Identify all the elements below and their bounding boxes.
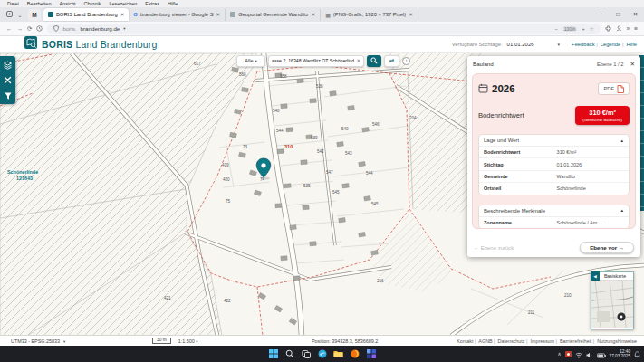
menu-item[interactable]: Bearbeiten [27, 1, 52, 6]
section-header[interactable]: Lage und Wert ▲ [479, 135, 629, 147]
header-link[interactable]: Feedback [572, 42, 598, 47]
tab-close-icon[interactable]: ✕ [120, 12, 125, 17]
stichtag-year: 2026 [492, 83, 515, 94]
section-header[interactable]: Beschreibende Merkmale ▲ [479, 205, 629, 217]
tools-icon[interactable] [0, 73, 15, 87]
close-button[interactable]: ✕ [627, 7, 644, 22]
menu-item[interactable]: Chronik [84, 1, 101, 6]
search-input[interactable] [272, 58, 354, 63]
menu-item[interactable]: Lesezeichen [109, 1, 137, 6]
panel-row-label: Bodenrichtwert [484, 149, 557, 155]
extensions-icon[interactable] [605, 25, 611, 33]
battery-icon[interactable] [597, 346, 606, 362]
pdf-button[interactable]: PDF [598, 82, 630, 95]
tab-boris[interactable]: BORIS Land Brandenburg ✕ [43, 8, 129, 21]
panel-category: Bauland [473, 61, 494, 67]
search-scope-select[interactable]: Alle ▾ [236, 55, 265, 67]
file-explorer-icon[interactable] [333, 348, 344, 359]
account-icon[interactable] [616, 25, 622, 33]
panel-close-icon[interactable]: ✕ [630, 61, 635, 68]
history-icon[interactable] [36, 25, 43, 33]
tab-google[interactable]: G brandenburg viewer - Google S ✕ [129, 9, 226, 21]
back-icon[interactable]: ← [6, 25, 13, 32]
layers-icon[interactable] [0, 58, 15, 71]
footer-link[interactable]: Datenschutz [498, 338, 528, 344]
zone-name: Schönerlinde [7, 169, 38, 175]
parcel-number: 547 [326, 170, 333, 175]
panel-row-value: Schönerlinde / Am ... [557, 220, 603, 225]
browser-urlbar: ← → ⟳ boris. brandenburg.de ▾ − 100% + ☆ [0, 22, 644, 36]
header-link[interactable]: Legende [601, 42, 624, 47]
footer-link[interactable]: AGNB [478, 338, 495, 344]
parcel-number: 535 [303, 184, 311, 188]
level-back-button[interactable]: ← Ebene zurück [474, 245, 514, 251]
pinned-tab[interactable]: M [28, 9, 41, 21]
parcel-number: 420 [223, 177, 230, 182]
task-view-icon[interactable] [301, 348, 312, 359]
panel-row-label: Ortsteil [484, 186, 557, 191]
brw-row: Bodenrichtwert 310 €/m² (Gemischte Baufl… [478, 106, 630, 125]
brw-value-badge[interactable]: 310 €/m² (Gemischte Baufläche) [575, 106, 630, 125]
panel-data-row: GemeindeWandlitz [479, 171, 629, 183]
minimize-button[interactable]: − [592, 7, 610, 22]
network-icon[interactable] [575, 346, 582, 362]
info-icon[interactable]: i [402, 57, 410, 65]
panel-header: Bauland Ebene 1 / 2 ✕ [467, 56, 640, 71]
parcel-number: 73 [243, 145, 248, 149]
footer-link[interactable]: Nutzungshinweise [597, 338, 637, 344]
tab-close-icon[interactable]: ✕ [409, 12, 413, 17]
header-link[interactable]: Hilfe [626, 42, 637, 47]
maximize-button[interactable]: □ [610, 7, 627, 22]
scale-value: 1:1.500 [178, 338, 195, 344]
zoom-out-icon[interactable]: − [554, 26, 557, 32]
minimap-canvas [591, 281, 633, 328]
firefox-icon[interactable] [350, 348, 360, 359]
menu-item[interactable]: Extras [145, 1, 159, 6]
tab-close-icon[interactable]: ✕ [216, 12, 221, 17]
edge-icon[interactable] [317, 348, 328, 359]
parcel-number: 216 [377, 279, 384, 283]
tab-list-chevron-icon[interactable]: ⌄ [14, 12, 25, 18]
tab-close-icon[interactable]: ✕ [312, 12, 316, 17]
taskbar-search-icon[interactable] [284, 348, 295, 359]
taskbar-clock[interactable]: 12:40 27.03.2025 [610, 349, 630, 359]
search-scope-value: Alle [245, 58, 253, 63]
menu-item[interactable]: Hilfe [168, 1, 178, 6]
start-button[interactable] [268, 348, 279, 359]
menu-item[interactable]: Ansicht [59, 1, 75, 6]
filter-icon[interactable] [0, 89, 15, 102]
url-caret-icon[interactable]: ▾ [123, 26, 125, 31]
level-next-button[interactable]: Ebene vor → [580, 242, 634, 253]
app-menu-icon[interactable]: ≡ [634, 25, 638, 32]
url-field[interactable]: boris. brandenburg.de ▾ − 100% + ☆ [47, 24, 600, 34]
shield-icon[interactable] [53, 25, 59, 33]
overview-minimap[interactable]: ◀ Basiskarte [591, 272, 634, 329]
tray-app-icon[interactable] [565, 351, 572, 357]
menu-item[interactable]: Datei [7, 1, 19, 6]
footer-link[interactable]: Impressum [530, 338, 557, 344]
crs-select[interactable]: UTM33 - EPSG:25833 ▾ [11, 338, 65, 344]
overflow-icon[interactable]: » [627, 25, 630, 32]
bookmark-icon[interactable]: ☆ [590, 26, 594, 32]
zoom-level[interactable]: 100% [562, 26, 578, 32]
tab-png[interactable]: ▦ (PNG-Grafik, 1920 × 737 Pixel) ✕ [321, 9, 418, 21]
scale-select[interactable]: 1:1.500 ▾ [178, 338, 198, 344]
stichtag-select[interactable]: 01.01.2026 ▾ [507, 42, 561, 47]
tab-geoportal[interactable]: Geoportal Gemeinde Wandlitz ✕ [226, 9, 321, 21]
tray-overflow-icon[interactable]: ∧ [558, 351, 562, 357]
footer-link[interactable]: Kontakt [457, 338, 476, 344]
brw-card: 2026 PDF Bodenrichtwert 310 €/m² (Gemisc… [472, 73, 636, 229]
minimap-collapse-icon[interactable]: ◀ [591, 272, 600, 281]
volume-icon[interactable] [586, 346, 593, 362]
clear-search-icon[interactable]: ✕ [356, 58, 360, 63]
app-icon-blue[interactable] [366, 348, 377, 359]
search-button[interactable] [367, 55, 381, 67]
firefox-view-icon[interactable] [4, 11, 14, 18]
footer-link[interactable]: Barrierefreiheit [560, 338, 594, 344]
route-icon[interactable]: ⇄ [384, 55, 399, 67]
forward-icon[interactable]: → [17, 25, 24, 32]
notifications-icon[interactable] [634, 346, 640, 362]
zoom-in-icon[interactable]: + [582, 26, 584, 32]
reload-icon[interactable]: ⟳ [27, 25, 32, 33]
caret-down-icon: ▾ [558, 42, 561, 47]
